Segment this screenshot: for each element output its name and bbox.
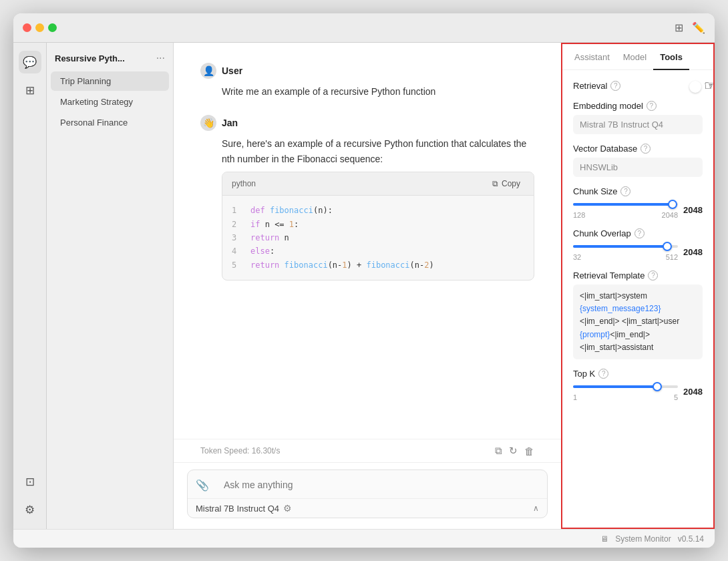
sidebar-icons: 💬 ⊞ ⊡ ⚙ — [13, 43, 47, 529]
chunk-size-slider-container: 128 2048 — [573, 200, 678, 219]
chunk-overlap-label: Chunk Overlap ? — [573, 228, 703, 238]
maximize-button[interactable] — [48, 23, 57, 32]
chunk-size-label: Chunk Size ? — [573, 186, 703, 196]
retrieval-info-icon[interactable]: ? — [610, 81, 620, 91]
assistant-message-header: 👋 Jan — [200, 115, 534, 131]
user-message: 👤 User Write me an example of a recursiv… — [200, 63, 534, 99]
close-button[interactable] — [23, 23, 31, 32]
chunk-overlap-fill — [573, 245, 667, 248]
model-name: Mistral 7B Instruct Q4 — [196, 504, 279, 514]
monitor-icon: 🖥 — [600, 534, 608, 544]
chunk-overlap-row: Chunk Overlap ? 32 512 — [573, 228, 703, 261]
user-message-body: Write me an example of a recursive Pytho… — [200, 84, 534, 99]
top-k-value: 2048 — [683, 387, 703, 397]
minimize-button[interactable] — [35, 23, 44, 32]
copy-action-button[interactable]: ⧉ — [495, 445, 502, 457]
right-panel: Assistant Model Tools Retrieval ? — [561, 43, 715, 529]
chunk-overlap-slider-container: 32 512 — [573, 242, 678, 261]
assistant-message-body: Sure, here's an example of a recursive P… — [200, 136, 534, 166]
conv-title: Resursive Pyth... — [55, 53, 125, 63]
delete-action-button[interactable]: 🗑 — [524, 445, 534, 457]
chunk-overlap-value: 2048 — [683, 247, 703, 257]
conv-header: Resursive Pyth... ··· — [47, 49, 173, 71]
titlebar: ⊞ ✏️ — [13, 13, 715, 43]
chunk-size-info-icon[interactable]: ? — [620, 186, 630, 196]
chat-input-area: 📎 Mistral 7B Instruct Q4 ⚙ ∧ — [174, 462, 561, 529]
vector-database-value: HNSWLib — [573, 158, 703, 177]
chunk-size-slider-row: 128 2048 2048 — [573, 200, 703, 219]
chat-input-box: 📎 Mistral 7B Instruct Q4 ⚙ ∧ — [187, 470, 548, 518]
chunk-overlap-info-icon[interactable]: ? — [634, 228, 645, 238]
chevron-up-icon[interactable]: ∧ — [533, 504, 539, 513]
embedding-info-icon[interactable]: ? — [647, 101, 657, 111]
tab-tools[interactable]: Tools — [653, 44, 689, 70]
chat-messages: 👤 User Write me an example of a recursiv… — [174, 43, 561, 439]
chunk-overlap-track[interactable] — [573, 245, 678, 248]
top-k-labels: 1 5 — [573, 393, 678, 401]
retrieval-template-label: Retrieval Template ? — [573, 270, 703, 280]
chunk-size-labels: 128 2048 — [573, 211, 678, 219]
status-bar: 🖥 System Monitor v0.5.14 — [13, 529, 715, 548]
plugin-icon[interactable]: ⊡ — [19, 470, 41, 493]
tab-assistant[interactable]: Assistant — [568, 44, 616, 70]
top-k-slider-container: 1 5 — [573, 383, 678, 401]
token-speed-label: Token Speed: 16.30t/s — [200, 446, 280, 455]
top-k-fill — [573, 385, 657, 388]
top-k-track[interactable] — [573, 385, 678, 388]
chunk-overlap-thumb[interactable] — [663, 242, 672, 251]
top-k-info-icon[interactable]: ? — [598, 369, 608, 379]
code-header: python ⧉ Copy — [222, 172, 534, 196]
vector-db-info-icon[interactable]: ? — [641, 144, 651, 154]
vector-database-row: Vector Database ? HNSWLib — [573, 144, 703, 177]
assistant-avatar: 👋 — [200, 115, 216, 131]
conv-item-personal-finance[interactable]: Personal Finance — [51, 113, 169, 132]
refresh-action-button[interactable]: ↻ — [509, 445, 518, 457]
conv-more-icon[interactable]: ··· — [156, 52, 165, 64]
copy-label: Copy — [502, 179, 520, 188]
top-k-row: Top K ? 1 5 — [573, 369, 703, 401]
vector-database-label: Vector Database ? — [573, 144, 703, 154]
cursor-hand-icon: ☞ — [704, 77, 715, 94]
code-line-1: 1 def fibonacci(n): — [232, 204, 524, 217]
chat-input-footer: Mistral 7B Instruct Q4 ⚙ ∧ — [188, 498, 547, 518]
retrieval-template-row: Retrieval Template ? <|im_start|>system … — [573, 270, 703, 359]
sidebar-toggle-icon[interactable]: ⊞ — [672, 21, 685, 35]
code-line-4: 4 else: — [232, 244, 524, 258]
token-speed-bar: Token Speed: 16.30t/s ⧉ ↻ 🗑 — [174, 439, 561, 462]
chat-input[interactable] — [213, 472, 543, 498]
retrieval-row: Retrieval ? ☞ — [573, 79, 703, 91]
attachment-icon: 📎 — [192, 474, 213, 497]
retrieval-template-info-icon[interactable]: ? — [648, 270, 658, 280]
token-actions: ⧉ ↻ 🗑 — [495, 445, 534, 457]
system-monitor-label: System Monitor — [615, 534, 671, 544]
assistant-label: Jan — [222, 118, 238, 128]
top-k-slider-row: 1 5 2048 — [573, 383, 703, 401]
edit-icon[interactable]: ✏️ — [692, 21, 705, 35]
assistant-message: 👋 Jan Sure, here's an example of a recur… — [200, 115, 534, 280]
code-content: 1 def fibonacci(n): 2 if n <= 1: 3 retur… — [222, 196, 534, 280]
copy-button[interactable]: ⧉ Copy — [488, 178, 524, 190]
settings-icon[interactable]: ⚙ — [19, 498, 41, 521]
chunk-size-row: Chunk Size ? 128 2048 — [573, 186, 703, 219]
conversation-list: Resursive Pyth... ··· Trip Planning Mark… — [47, 43, 174, 529]
chunk-size-fill — [573, 203, 673, 206]
grid-nav-icon[interactable]: ⊞ — [19, 79, 41, 102]
conv-item-marketing[interactable]: Marketing Strategy — [51, 92, 169, 112]
traffic-lights — [23, 23, 57, 32]
titlebar-icons: ⊞ ✏️ — [672, 21, 705, 35]
tab-model[interactable]: Model — [616, 44, 653, 70]
model-settings-icon: ⚙ — [283, 503, 292, 514]
chunk-size-track[interactable] — [573, 203, 678, 206]
copy-icon: ⧉ — [492, 179, 498, 188]
chunk-size-thumb[interactable] — [668, 200, 677, 209]
conv-item-trip-planning[interactable]: Trip Planning — [51, 71, 169, 91]
top-k-thumb[interactable] — [653, 382, 662, 391]
code-line-5: 5 return fibonacci(n-1) + fibonacci(n-2) — [232, 258, 524, 272]
user-message-header: 👤 User — [200, 63, 534, 79]
code-block: python ⧉ Copy 1 def fibonacci(n): — [222, 172, 534, 280]
panel-tabs: Assistant Model Tools — [562, 44, 713, 70]
chunk-overlap-slider-row: 32 512 2048 — [573, 242, 703, 261]
top-k-label: Top K ? — [573, 369, 703, 379]
model-selector[interactable]: Mistral 7B Instruct Q4 ⚙ — [196, 503, 528, 514]
chat-nav-icon[interactable]: 💬 — [19, 51, 41, 73]
